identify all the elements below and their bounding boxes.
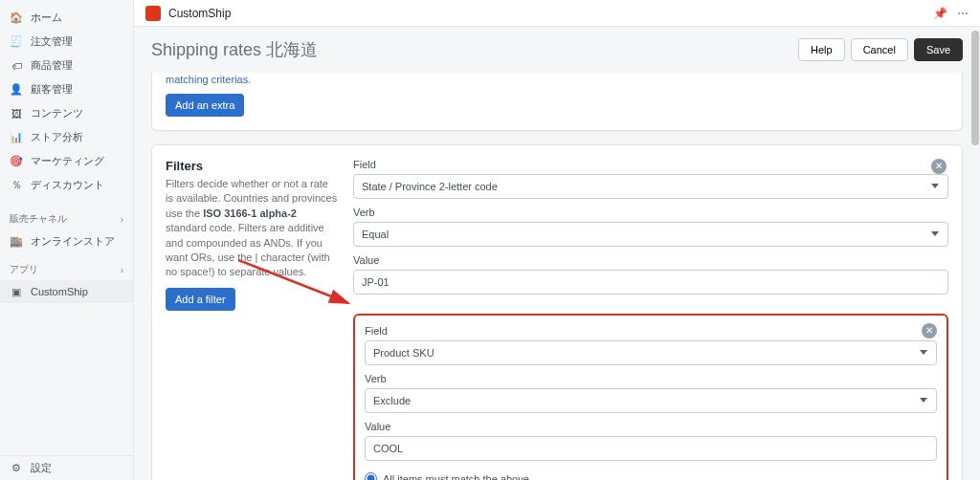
nav-online-store[interactable]: 🏬オンラインストア bbox=[0, 229, 133, 253]
nav-marketing[interactable]: 🎯マーケティング bbox=[0, 149, 133, 173]
extras-card: matching criterias. Add an extra bbox=[151, 73, 963, 131]
filter2-verb-select[interactable]: Exclude bbox=[365, 388, 937, 413]
filter2-radio-all-input[interactable] bbox=[365, 472, 377, 480]
nav-content[interactable]: 🖼コンテンツ bbox=[0, 101, 133, 125]
nav-label: 設定 bbox=[31, 461, 52, 475]
filter1-verb-label: Verb bbox=[353, 207, 948, 218]
customers-icon: 👤 bbox=[10, 83, 23, 97]
chevron-right-icon[interactable]: › bbox=[121, 214, 123, 225]
nav-label: ストア分析 bbox=[31, 130, 83, 144]
section-label: 販売チャネル bbox=[10, 212, 67, 226]
nav-discounts[interactable]: ％ディスカウント bbox=[0, 173, 133, 197]
section-label: アプリ bbox=[10, 263, 38, 276]
sidebar-footer: ⚙設定 bbox=[0, 455, 133, 480]
sidebar: 🏠ホーム 🧾注文管理 🏷商品管理 👤顧客管理 🖼コンテンツ 📊ストア分析 🎯マー… bbox=[0, 0, 134, 480]
scrollbar[interactable] bbox=[970, 27, 980, 480]
topbar-right: 📌 ⋯ bbox=[933, 7, 969, 20]
filter1-verb-select-wrap: Equal bbox=[353, 222, 948, 254]
nav-customers[interactable]: 👤顧客管理 bbox=[0, 77, 133, 101]
filter2-radio-all[interactable]: All items must match the above bbox=[365, 472, 937, 480]
filter2-value-label: Value bbox=[365, 421, 937, 432]
filter2-verb-select-wrap: Exclude bbox=[365, 388, 937, 421]
marketing-icon: 🎯 bbox=[10, 155, 23, 168]
filter2-field-select-wrap: Product SKU bbox=[365, 340, 937, 373]
filter2-field-select[interactable]: Product SKU bbox=[365, 340, 937, 365]
nav-label: オンラインストア bbox=[31, 234, 115, 249]
home-icon: 🏠 bbox=[10, 11, 23, 25]
nav-label: CustomShip bbox=[31, 286, 88, 297]
analytics-icon: 📊 bbox=[10, 131, 23, 144]
nav-main: 🏠ホーム 🧾注文管理 🏷商品管理 👤顧客管理 🖼コンテンツ 📊ストア分析 🎯マー… bbox=[0, 0, 133, 203]
extras-hint-link[interactable]: matching criterias. bbox=[166, 74, 251, 85]
filter1-field-label: Field bbox=[353, 159, 948, 170]
page-title: Shipping rates 北海道 bbox=[151, 38, 318, 61]
filters-left: Filters Filters decide whether or not a … bbox=[166, 159, 338, 480]
filters-desc-bold: ISO 3166-1 alpha-2 bbox=[203, 207, 297, 219]
help-button[interactable]: Help bbox=[798, 38, 845, 61]
nav-label: ディスカウント bbox=[31, 178, 104, 192]
filter1-value-label: Value bbox=[353, 254, 948, 266]
orders-icon: 🧾 bbox=[10, 35, 23, 49]
save-button[interactable]: Save bbox=[914, 38, 963, 61]
section-channels-title: 販売チャネル › bbox=[0, 203, 133, 229]
nav-label: 顧客管理 bbox=[31, 82, 73, 97]
nav-label: 注文管理 bbox=[31, 34, 73, 49]
main: CustomShip 📌 ⋯ Shipping rates 北海道 Help C… bbox=[134, 0, 980, 480]
filter1-field-select[interactable]: State / Province 2-letter code bbox=[353, 174, 948, 199]
app-name: CustomShip bbox=[168, 7, 231, 20]
nav-settings[interactable]: ⚙設定 bbox=[0, 456, 133, 480]
nav-home[interactable]: 🏠ホーム bbox=[0, 6, 133, 30]
filters-desc: Filters decide whether or not a rate is … bbox=[166, 177, 338, 280]
header-actions: Help Cancel Save bbox=[798, 38, 963, 61]
products-icon: 🏷 bbox=[10, 59, 23, 73]
page-header: Shipping rates 北海道 Help Cancel Save bbox=[134, 27, 980, 73]
nav-label: 商品管理 bbox=[31, 58, 73, 73]
nav-label: コンテンツ bbox=[31, 106, 83, 120]
add-extra-button[interactable]: Add an extra bbox=[166, 94, 244, 117]
nav-orders[interactable]: 🧾注文管理 bbox=[0, 30, 133, 54]
remove-filter-1-button[interactable]: ✕ bbox=[931, 159, 947, 174]
app-logo-icon bbox=[145, 6, 161, 21]
store-icon: 🏬 bbox=[10, 235, 23, 249]
filter-block-2: ✕ Field Product SKU Verb Exclude Value bbox=[353, 314, 948, 480]
filter2-field-label: Field bbox=[365, 325, 937, 337]
content-icon: 🖼 bbox=[10, 107, 23, 120]
add-filter-button[interactable]: Add a filter bbox=[166, 288, 235, 311]
filters-title: Filters bbox=[166, 159, 338, 173]
filter2-verb-label: Verb bbox=[365, 373, 937, 384]
filter2-value-input[interactable] bbox=[365, 436, 937, 461]
filter1-verb-select[interactable]: Equal bbox=[353, 222, 948, 247]
nav-app-customship[interactable]: ▣CustomShip bbox=[0, 280, 133, 303]
extras-left: matching criterias. Add an extra bbox=[166, 73, 338, 117]
cancel-button[interactable]: Cancel bbox=[851, 38, 908, 61]
pin-icon[interactable]: 📌 bbox=[933, 7, 947, 20]
nav-label: ホーム bbox=[31, 11, 62, 25]
chevron-right-icon[interactable]: › bbox=[121, 265, 123, 275]
content: matching criterias. Add an extra Filters… bbox=[134, 73, 980, 480]
discounts-icon: ％ bbox=[10, 179, 23, 192]
filters-desc-post: standard code. Filters are additive and … bbox=[166, 222, 330, 277]
filter-block-1: ✕ Field State / Province 2-letter code V… bbox=[353, 159, 948, 302]
nav-products[interactable]: 🏷商品管理 bbox=[0, 54, 133, 77]
filter1-value-input[interactable] bbox=[353, 270, 948, 295]
app-icon: ▣ bbox=[10, 285, 23, 298]
gear-icon: ⚙ bbox=[10, 462, 23, 475]
section-apps-title: アプリ › bbox=[0, 253, 133, 280]
filter2-radio-all-label: All items must match the above bbox=[383, 473, 529, 481]
topbar: CustomShip 📌 ⋯ bbox=[134, 0, 980, 27]
filter1-field-select-wrap: State / Province 2-letter code bbox=[353, 174, 948, 207]
nav-analytics[interactable]: 📊ストア分析 bbox=[0, 125, 133, 149]
remove-filter-2-button[interactable]: ✕ bbox=[922, 323, 937, 338]
filters-card: Filters Filters decide whether or not a … bbox=[151, 144, 963, 480]
extras-right bbox=[353, 73, 948, 117]
nav-label: マーケティング bbox=[31, 154, 104, 168]
more-icon[interactable]: ⋯ bbox=[957, 7, 969, 20]
scrollbar-thumb[interactable] bbox=[971, 31, 979, 145]
filters-right: ✕ Field State / Province 2-letter code V… bbox=[353, 159, 948, 480]
